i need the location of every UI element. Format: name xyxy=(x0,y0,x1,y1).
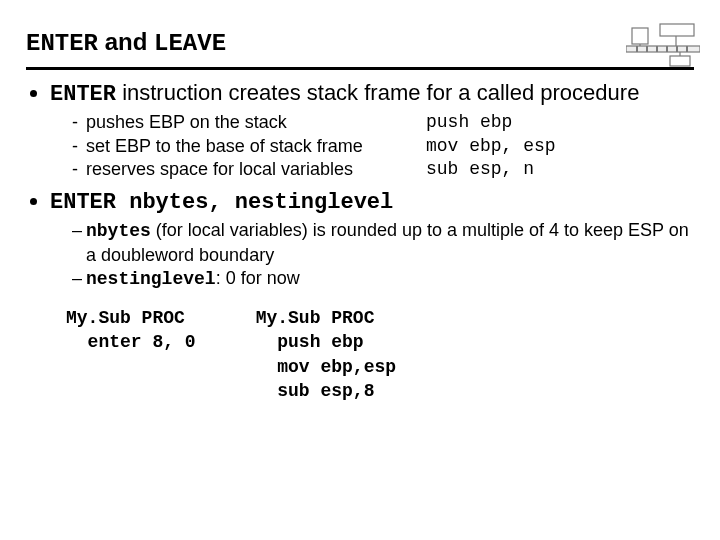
enter-sub-2-code: mov ebp, esp xyxy=(426,135,694,159)
svg-rect-9 xyxy=(670,56,690,66)
bullet-list: ENTER instruction creates stack frame fo… xyxy=(26,80,694,292)
enter-sig-sub-list: nbytes (for local variables) is rounded … xyxy=(50,219,694,292)
kw-enter: ENTER xyxy=(50,82,116,107)
svg-rect-5 xyxy=(656,46,658,52)
enter-sub-list: pushes EBP on the stack push ebp set EBP… xyxy=(50,111,694,182)
enter-sub-3-code: sub esp, n xyxy=(426,158,694,182)
enter-sub-1-code: push ebp xyxy=(426,111,694,135)
enter-signature: ENTER nbytes, nestinglevel xyxy=(50,190,393,215)
svg-rect-0 xyxy=(660,24,694,36)
code-right: My.Sub PROC push ebp mov ebp,esp sub esp… xyxy=(256,306,396,403)
slide-title: ENTER and LEAVE xyxy=(26,28,694,57)
svg-rect-7 xyxy=(676,46,678,52)
enter-sub-2-text: set EBP to the base of stack frame xyxy=(86,135,426,159)
kw-nestinglevel: nestinglevel xyxy=(86,269,216,289)
svg-rect-1 xyxy=(632,28,648,44)
enter-sub-1-text: pushes EBP on the stack xyxy=(86,111,426,135)
code-example: My.Sub PROC enter 8, 0 My.Sub PROC push … xyxy=(26,306,694,403)
enter-desc-text: instruction creates stack frame for a ca… xyxy=(116,80,639,105)
title-divider xyxy=(26,67,694,70)
kw-nbytes: nbytes xyxy=(86,221,151,241)
svg-rect-8 xyxy=(686,46,688,52)
enter-sub-3-text: reserves space for local variables xyxy=(86,158,426,182)
sig-sub-nbytes: nbytes (for local variables) is rounded … xyxy=(72,219,694,268)
code-left: My.Sub PROC enter 8, 0 xyxy=(66,306,196,403)
nestinglevel-desc: : 0 for now xyxy=(216,268,300,288)
sig-sub-nesting: nestinglevel: 0 for now xyxy=(72,267,694,292)
title-kw-enter: ENTER xyxy=(26,30,98,57)
enter-sub-1: pushes EBP on the stack push ebp xyxy=(72,111,694,135)
svg-rect-6 xyxy=(666,46,668,52)
svg-rect-4 xyxy=(646,46,648,52)
title-mid: and xyxy=(98,28,154,55)
enter-sub-2: set EBP to the base of stack frame mov e… xyxy=(72,135,694,159)
enter-sub-3: reserves space for local variables sub e… xyxy=(72,158,694,182)
nbytes-desc: (for local variables) is rounded up to a… xyxy=(86,220,689,265)
bullet-enter-sig: ENTER nbytes, nestinglevel nbytes (for l… xyxy=(50,188,694,292)
bullet-enter-desc: ENTER instruction creates stack frame fo… xyxy=(50,80,694,182)
title-kw-leave: LEAVE xyxy=(154,30,226,57)
cpu-diagram-icon xyxy=(626,22,700,70)
svg-rect-3 xyxy=(636,46,638,52)
